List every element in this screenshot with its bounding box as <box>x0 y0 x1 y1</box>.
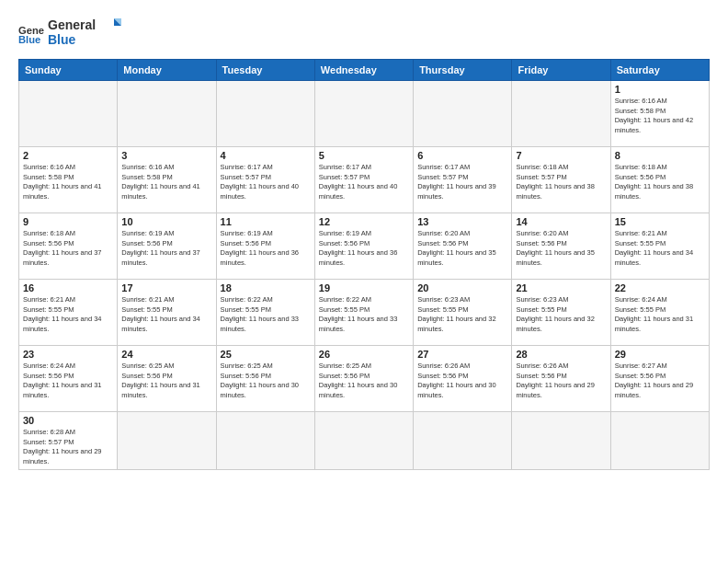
day-number: 16 <box>23 282 113 293</box>
day-number: 1 <box>615 84 705 95</box>
day-info: Sunrise: 6:21 AMSunset: 5:55 PMDaylight:… <box>615 229 705 268</box>
weekday-header-thursday: Thursday <box>414 60 512 81</box>
day-info: Sunrise: 6:17 AMSunset: 5:57 PMDaylight:… <box>319 163 409 201</box>
calendar-cell <box>610 412 709 470</box>
day-info: Sunrise: 6:28 AMSunset: 5:57 PMDaylight:… <box>23 428 113 466</box>
weekday-header-friday: Friday <box>512 60 610 81</box>
calendar-cell <box>216 81 314 147</box>
calendar-cell: 30Sunrise: 6:28 AMSunset: 5:57 PMDayligh… <box>19 412 118 470</box>
calendar-cell: 29Sunrise: 6:27 AMSunset: 5:56 PMDayligh… <box>610 346 709 412</box>
day-info: Sunrise: 6:24 AMSunset: 5:56 PMDaylight:… <box>23 362 113 400</box>
calendar-cell: 10Sunrise: 6:19 AMSunset: 5:56 PMDayligh… <box>118 213 216 280</box>
calendar-cell: 7Sunrise: 6:18 AMSunset: 5:57 PMDaylight… <box>512 147 610 213</box>
day-info: Sunrise: 6:22 AMSunset: 5:55 PMDaylight:… <box>221 295 311 334</box>
day-info: Sunrise: 6:16 AMSunset: 5:58 PMDaylight:… <box>615 97 705 135</box>
calendar-cell: 23Sunrise: 6:24 AMSunset: 5:56 PMDayligh… <box>19 346 118 412</box>
weekday-header-monday: Monday <box>118 60 216 81</box>
day-number: 19 <box>319 282 409 293</box>
calendar-cell: 26Sunrise: 6:25 AMSunset: 5:56 PMDayligh… <box>314 346 413 412</box>
calendar-cell <box>512 412 610 470</box>
calendar-cell <box>414 412 512 470</box>
logo-svg: General Blue <box>48 15 121 48</box>
weekday-header-row: SundayMondayTuesdayWednesdayThursdayFrid… <box>19 60 710 81</box>
day-info: Sunrise: 6:16 AMSunset: 5:58 PMDaylight:… <box>121 163 211 201</box>
day-info: Sunrise: 6:18 AMSunset: 5:56 PMDaylight:… <box>615 163 705 201</box>
day-info: Sunrise: 6:22 AMSunset: 5:55 PMDaylight:… <box>319 295 409 334</box>
calendar-cell: 25Sunrise: 6:25 AMSunset: 5:56 PMDayligh… <box>216 346 314 412</box>
day-number: 20 <box>417 282 507 293</box>
day-number: 5 <box>319 150 409 161</box>
weekday-header-wednesday: Wednesday <box>314 60 413 81</box>
day-number: 27 <box>417 349 507 360</box>
weekday-header-tuesday: Tuesday <box>216 60 314 81</box>
calendar-cell: 21Sunrise: 6:23 AMSunset: 5:55 PMDayligh… <box>512 280 610 346</box>
day-number: 22 <box>615 282 705 293</box>
calendar-cell: 3Sunrise: 6:16 AMSunset: 5:58 PMDaylight… <box>118 147 216 213</box>
logo: General Blue General Blue <box>18 15 121 52</box>
calendar-table: SundayMondayTuesdayWednesdayThursdayFrid… <box>18 59 710 470</box>
calendar-cell: 5Sunrise: 6:17 AMSunset: 5:57 PMDaylight… <box>314 147 413 213</box>
calendar-cell: 6Sunrise: 6:17 AMSunset: 5:57 PMDaylight… <box>414 147 512 213</box>
day-info: Sunrise: 6:19 AMSunset: 5:56 PMDaylight:… <box>319 229 409 268</box>
day-info: Sunrise: 6:25 AMSunset: 5:56 PMDaylight:… <box>319 362 409 400</box>
day-number: 30 <box>23 415 113 426</box>
calendar-week-row: 2Sunrise: 6:16 AMSunset: 5:58 PMDaylight… <box>19 147 710 213</box>
day-number: 18 <box>221 282 311 293</box>
calendar-cell <box>414 81 512 147</box>
day-info: Sunrise: 6:24 AMSunset: 5:55 PMDaylight:… <box>615 295 705 334</box>
calendar-cell <box>118 412 216 470</box>
day-number: 25 <box>221 349 311 360</box>
day-number: 29 <box>615 349 705 360</box>
calendar-week-row: 30Sunrise: 6:28 AMSunset: 5:57 PMDayligh… <box>19 412 710 470</box>
day-info: Sunrise: 6:17 AMSunset: 5:57 PMDaylight:… <box>221 163 311 201</box>
calendar-cell: 16Sunrise: 6:21 AMSunset: 5:55 PMDayligh… <box>19 280 118 346</box>
logo-icon: General Blue <box>18 20 44 46</box>
calendar-cell: 28Sunrise: 6:26 AMSunset: 5:56 PMDayligh… <box>512 346 610 412</box>
day-number: 24 <box>121 349 211 360</box>
calendar-cell: 24Sunrise: 6:25 AMSunset: 5:56 PMDayligh… <box>118 346 216 412</box>
day-info: Sunrise: 6:23 AMSunset: 5:55 PMDaylight:… <box>417 295 507 334</box>
calendar-cell: 4Sunrise: 6:17 AMSunset: 5:57 PMDaylight… <box>216 147 314 213</box>
calendar-cell: 27Sunrise: 6:26 AMSunset: 5:56 PMDayligh… <box>414 346 512 412</box>
day-number: 9 <box>23 216 113 227</box>
day-number: 28 <box>516 349 606 360</box>
day-number: 12 <box>319 216 409 227</box>
day-number: 23 <box>23 349 113 360</box>
day-number: 4 <box>221 150 311 161</box>
day-number: 10 <box>121 216 211 227</box>
day-info: Sunrise: 6:27 AMSunset: 5:56 PMDaylight:… <box>615 362 705 400</box>
calendar-cell: 15Sunrise: 6:21 AMSunset: 5:55 PMDayligh… <box>610 213 709 280</box>
weekday-header-sunday: Sunday <box>19 60 118 81</box>
svg-text:Blue: Blue <box>18 34 40 45</box>
day-number: 14 <box>516 216 606 227</box>
calendar-cell <box>314 412 413 470</box>
day-info: Sunrise: 6:23 AMSunset: 5:55 PMDaylight:… <box>516 295 606 334</box>
calendar-cell: 8Sunrise: 6:18 AMSunset: 5:56 PMDaylight… <box>610 147 709 213</box>
day-number: 8 <box>615 150 705 161</box>
calendar-cell: 18Sunrise: 6:22 AMSunset: 5:55 PMDayligh… <box>216 280 314 346</box>
weekday-header-saturday: Saturday <box>610 60 709 81</box>
calendar-cell <box>512 81 610 147</box>
calendar-cell: 19Sunrise: 6:22 AMSunset: 5:55 PMDayligh… <box>314 280 413 346</box>
day-number: 11 <box>221 216 311 227</box>
day-number: 2 <box>23 150 113 161</box>
day-info: Sunrise: 6:26 AMSunset: 5:56 PMDaylight:… <box>417 362 507 400</box>
calendar-cell: 12Sunrise: 6:19 AMSunset: 5:56 PMDayligh… <box>314 213 413 280</box>
calendar-cell: 11Sunrise: 6:19 AMSunset: 5:56 PMDayligh… <box>216 213 314 280</box>
day-info: Sunrise: 6:17 AMSunset: 5:57 PMDaylight:… <box>417 163 507 201</box>
calendar-cell: 13Sunrise: 6:20 AMSunset: 5:56 PMDayligh… <box>414 213 512 280</box>
day-number: 13 <box>417 216 507 227</box>
calendar-cell <box>314 81 413 147</box>
day-info: Sunrise: 6:20 AMSunset: 5:56 PMDaylight:… <box>417 229 507 268</box>
day-number: 7 <box>516 150 606 161</box>
day-info: Sunrise: 6:18 AMSunset: 5:56 PMDaylight:… <box>23 229 113 268</box>
calendar-week-row: 23Sunrise: 6:24 AMSunset: 5:56 PMDayligh… <box>19 346 710 412</box>
day-info: Sunrise: 6:21 AMSunset: 5:55 PMDaylight:… <box>23 295 113 334</box>
day-number: 3 <box>121 150 211 161</box>
calendar-week-row: 16Sunrise: 6:21 AMSunset: 5:55 PMDayligh… <box>19 280 710 346</box>
calendar-cell: 2Sunrise: 6:16 AMSunset: 5:58 PMDaylight… <box>19 147 118 213</box>
calendar-cell: 20Sunrise: 6:23 AMSunset: 5:55 PMDayligh… <box>414 280 512 346</box>
day-info: Sunrise: 6:18 AMSunset: 5:57 PMDaylight:… <box>516 163 606 201</box>
calendar-cell: 9Sunrise: 6:18 AMSunset: 5:56 PMDaylight… <box>19 213 118 280</box>
day-number: 26 <box>319 349 409 360</box>
